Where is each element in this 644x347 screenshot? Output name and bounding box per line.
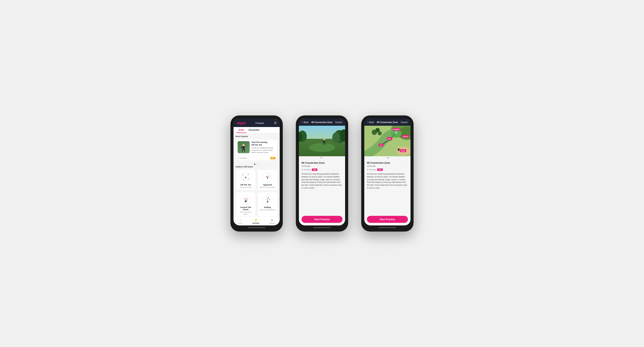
home-indicator (248, 227, 265, 228)
skill-off-the-tee[interactable]: Off The Tee Power accuracy (236, 170, 256, 190)
dot-1-3 (386, 157, 387, 158)
carousel-dots (236, 163, 278, 166)
nav-activities[interactable]: ⚡ Activities (252, 218, 260, 224)
arg-badge-3: ARG (377, 168, 383, 171)
drill-description-2: 20 shots are randomly generated at dista… (302, 173, 342, 189)
svg-point-69 (398, 147, 400, 148)
home-indicator-3 (379, 227, 396, 228)
skill-grid: Off The Tee Power accuracy (236, 170, 278, 216)
approach-icon (262, 172, 273, 183)
skill-around-the-green[interactable]: Around The Green Hone your short game (236, 192, 256, 216)
screen-2: < Back 6ft Conversion Zone Cancel (299, 119, 345, 225)
svg-line-6 (241, 147, 242, 148)
home-indicator-2 (313, 227, 331, 228)
hero-photo (299, 126, 345, 156)
ott-desc: Power accuracy (240, 186, 251, 188)
clock-icon-2: ⏱ (302, 169, 303, 171)
clock-icon: ⏱ (238, 157, 239, 159)
app-header: clippd Practice ☰ (234, 119, 280, 127)
card-inner: Find The FairwayOff The Tee Create an im… (236, 139, 277, 156)
shots-count-2: 20 shots (304, 169, 310, 171)
card-content: Find The FairwayOff The Tee Create an im… (251, 141, 276, 154)
most-popular-label: Most Popular (236, 135, 278, 138)
svg-point-39 (332, 132, 340, 143)
skill-putting[interactable]: Putting Make and lag practice (258, 192, 278, 216)
arg-badge-2: ARG (312, 168, 318, 171)
svg-line-73 (398, 150, 398, 151)
shots-count-3: 20 shots (369, 169, 376, 171)
practice-body: Most Popular (234, 133, 280, 216)
golfer-image (238, 141, 250, 153)
drill-title-2: 6ft Conversion Zone (302, 162, 324, 164)
tab-favourites[interactable]: Favourites (246, 127, 262, 133)
drill-fav-3[interactable]: ☆ (406, 162, 408, 164)
svg-point-58 (378, 131, 382, 135)
home-icon: ⌂ (240, 218, 241, 222)
svg-point-42 (309, 143, 335, 152)
footer-3: Start Practice (364, 214, 410, 225)
svg-text:SAND: SAND (401, 150, 405, 152)
explore-label: Explore skill areas (236, 166, 278, 168)
atg-name: Around The Green (238, 206, 254, 211)
svg-point-0 (242, 144, 244, 146)
approach-name: Approach (263, 184, 272, 186)
drill-distance-3: 10-50 yds (367, 165, 408, 167)
map-svg: Hit Miss FAIRWAY ROUGH SAND (364, 126, 410, 156)
svg-text:Hit: Hit (380, 144, 382, 146)
screen-1: clippd Practice ☰ Drills Favourites Most… (234, 119, 280, 225)
tabs-bar: Drills Favourites (234, 127, 280, 133)
golfer-icon (240, 143, 248, 153)
tab-drills[interactable]: Drills (236, 127, 246, 133)
shots-info: ⏱ 10 shots (238, 157, 246, 159)
bottom-nav: ⌂ Home ⚡ Activities ⊕ Capture (234, 216, 280, 225)
menu-icon[interactable]: ☰ (274, 121, 277, 125)
start-practice-button-2[interactable]: Start Practice (302, 216, 342, 223)
detail-title-3: 6ft Conversion Zone (377, 121, 398, 124)
nav-home[interactable]: ⌂ Home (238, 218, 243, 224)
ott-badge: OTT (270, 157, 276, 159)
footer-2: Start Practice (299, 214, 345, 225)
favourite-icon[interactable]: ☆ (274, 141, 276, 144)
dot-1 (321, 157, 322, 158)
dot-2 (322, 157, 323, 158)
detail-title-2: 6ft Conversion Zone (312, 121, 333, 124)
back-button-3[interactable]: < Back (367, 121, 374, 124)
svg-text:FAIRWAY: FAIRWAY (394, 129, 400, 130)
svg-line-74 (399, 150, 399, 151)
drill-body-2: 6ft Conversion Zone ☆ 10-50 yds ⏱ 20 sho… (299, 159, 345, 214)
clock-icon-3: ⏱ (367, 169, 369, 171)
drill-header-3: 6ft Conversion Zone ☆ (367, 162, 408, 164)
putting-desc: Make and lag practice (260, 209, 275, 211)
shots-count: 10 shots (240, 157, 246, 159)
app-logo: clippd (236, 121, 246, 125)
start-practice-button-3[interactable]: Start Practice (367, 216, 408, 223)
card-thumbnail (238, 141, 250, 153)
card-footer: ⏱ 10 shots OTT (236, 156, 277, 160)
featured-drill-card[interactable]: Find The FairwayOff The Tee Create an im… (236, 139, 278, 161)
drill-fav-2[interactable]: ☆ (340, 162, 342, 164)
phone-2: < Back 6ft Conversion Zone Cancel (296, 115, 348, 232)
svg-line-12 (244, 177, 246, 180)
dot-2-3 (388, 157, 389, 158)
back-button-2[interactable]: < Back (302, 121, 309, 124)
ott-name: Off The Tee (240, 184, 251, 186)
svg-rect-7 (240, 148, 242, 149)
skill-approach[interactable]: Approach Dial-in to hit the green (258, 170, 278, 190)
putting-name: Putting (264, 206, 271, 208)
drill-meta-3: ⏱ 20 shots ARG (367, 168, 408, 171)
capture-label: Capture (269, 222, 275, 224)
golf-course-svg (299, 126, 345, 156)
activities-label: Activities (252, 222, 260, 224)
card-title: Find The FairwayOff The Tee (251, 141, 276, 146)
detail-header-3: < Back 6ft Conversion Zone Cancel (364, 119, 410, 126)
cancel-button-2[interactable]: Cancel (335, 121, 342, 124)
screen-3: < Back 6ft Conversion Zone Cancel (364, 119, 410, 225)
nav-capture[interactable]: ⊕ Capture (269, 218, 275, 224)
dot-3 (258, 164, 259, 165)
image-dots-2 (299, 156, 345, 159)
shots-info-3: ⏱ 20 shots (367, 169, 376, 171)
svg-point-29 (263, 195, 272, 205)
svg-line-13 (246, 177, 249, 179)
cancel-button-3[interactable]: Cancel (401, 121, 408, 124)
card-description: Create an imaginary fairway using trees … (251, 147, 276, 154)
